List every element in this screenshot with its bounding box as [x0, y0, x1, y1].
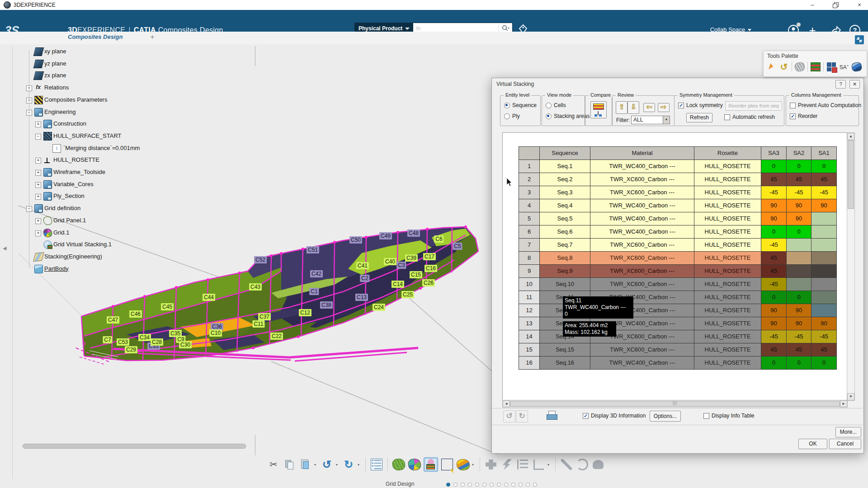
cell-label-c22[interactable]: C22	[270, 333, 283, 340]
workbench-dot-8[interactable]	[497, 483, 501, 487]
row-cell[interactable]: TWR_XC600_Carbon ---	[590, 265, 694, 278]
cell-label-c46[interactable]: C46	[129, 310, 142, 318]
row-number[interactable]: 13	[519, 317, 540, 330]
tree-item-hull-rosette[interactable]: +HULL_ROSETTE	[0, 155, 199, 166]
sa-cell[interactable]: 45	[761, 173, 787, 186]
sequence-row-16[interactable]: 16Seq.16TWR_WC400_Carbon ---HULL_ROSETTE…	[519, 357, 837, 370]
table-vertical-scrollbar[interactable]: ▲ ▼	[847, 132, 855, 401]
sa-cell[interactable]: 45	[787, 173, 811, 186]
cell-label-c49[interactable]: C49	[379, 232, 392, 239]
refresh-button[interactable]: Refresh	[686, 113, 712, 122]
cell-label-c52[interactable]: C52	[254, 256, 267, 263]
virtual-stacking-icon[interactable]	[424, 457, 438, 472]
tree-item-wireframe-toolside[interactable]: +Wireframe_Toolside	[0, 167, 199, 178]
row-cell[interactable]: TWR_XC600_Carbon ---	[590, 252, 694, 265]
structure-icon[interactable]	[516, 458, 529, 471]
undo-icon[interactable]: ↺	[503, 410, 515, 422]
cell-label-c42[interactable]: C42	[310, 270, 323, 277]
row-cell[interactable]: HULL_ROSETTE	[694, 278, 761, 291]
row-number[interactable]: 9	[519, 265, 540, 278]
tree-expander-icon[interactable]: +	[35, 194, 41, 200]
grid-panel-icon[interactable]	[392, 458, 406, 471]
workbench-dot-2[interactable]	[453, 483, 458, 487]
scroll-thumb[interactable]	[848, 140, 854, 209]
row-cell[interactable]: HULL_ROSETTE	[694, 160, 761, 173]
row-number[interactable]: 7	[519, 239, 540, 252]
tree-expander-icon[interactable]: +	[35, 170, 41, 176]
cell-label-c47[interactable]: C47	[107, 316, 119, 324]
sa-cell[interactable]	[811, 291, 837, 304]
row-cell[interactable]: TWR_WC400_Carbon ---	[590, 199, 694, 212]
prevent-auto-computation-checkbox[interactable]: Prevent Auto Computation	[790, 102, 861, 108]
sa-cell[interactable]: -45	[787, 330, 811, 343]
sequence-row-6[interactable]: 6Seq.6TWR_WC400_Carbon ---HULL_ROSETTE00	[519, 225, 837, 239]
cell-label-c3[interactable]: C3	[396, 262, 406, 269]
workbench-dot-12[interactable]	[526, 483, 530, 487]
manufacturing-icon[interactable]	[484, 458, 498, 471]
cell-label-c29[interactable]: C29	[125, 346, 137, 353]
cell-label-c34[interactable]: C34	[138, 334, 151, 341]
row-cell[interactable]: HULL_ROSETTE	[694, 317, 761, 330]
cell-label-c2[interactable]: C2	[360, 275, 369, 282]
cell-label-c44[interactable]: C44	[203, 294, 215, 301]
sa-cell[interactable]: 90	[761, 199, 787, 212]
workbench-dot-11[interactable]	[519, 483, 523, 487]
tree-expander-icon[interactable]: +	[35, 218, 41, 224]
sa-cell[interactable]: 0	[761, 225, 787, 239]
sa-cell[interactable]: 45	[811, 173, 837, 186]
sa-cell[interactable]: 0	[787, 225, 811, 239]
sa-cell[interactable]: 0	[761, 160, 787, 173]
cell-label-c37[interactable]: C37	[258, 313, 271, 320]
row-cell[interactable]: Seq.5	[540, 212, 590, 225]
sequence-row-8[interactable]: 8Seq.8TWR_XC600_Carbon ---HULL_ROSETTE45	[519, 252, 837, 265]
sa-cell[interactable]: 0	[787, 357, 811, 370]
cell-label-c12[interactable]: C12	[299, 309, 311, 316]
select-cursor-icon[interactable]	[766, 62, 776, 72]
cell-label-c15[interactable]: C15	[410, 271, 422, 278]
sa-cell[interactable]: 0	[811, 357, 837, 370]
sa-cell[interactable]	[811, 212, 837, 225]
row-cell[interactable]: Seq.10	[540, 278, 590, 291]
scroll-up-icon[interactable]: ▲	[847, 133, 854, 140]
workbench-dot-1[interactable]	[446, 483, 450, 487]
row-cell[interactable]: HULL_ROSETTE	[694, 357, 761, 370]
tree-item-grid-definition[interactable]: −Grid definition	[0, 203, 199, 214]
cell-label-c41[interactable]: C41	[356, 262, 369, 269]
row-cell[interactable]: TWR_XC600_Carbon ---	[590, 278, 694, 291]
cell-label-c16[interactable]: C16	[425, 265, 437, 272]
row-cell[interactable]: HULL_ROSETTE	[694, 265, 761, 278]
cell-label-c30[interactable]: C30	[179, 341, 192, 348]
corner-angle-icon[interactable]	[532, 458, 545, 471]
workbench-dot-3[interactable]	[461, 483, 465, 487]
workbench-dot-10[interactable]	[511, 483, 515, 487]
grid-multi-panel-icon[interactable]	[408, 458, 421, 471]
cell-label-c53[interactable]: C53	[117, 338, 129, 346]
sa-cell[interactable]: 90	[787, 317, 811, 330]
restore-button[interactable]	[830, 1, 842, 9]
tree-item-yz-plane[interactable]: yz plane	[0, 59, 199, 70]
tree-item-construction[interactable]: +Construction	[0, 119, 199, 130]
more-button[interactable]: More...	[835, 427, 861, 437]
sequence-row-15[interactable]: 15Seq.15TWR_XC600_Carbon ---HULL_ROSETTE…	[519, 343, 837, 357]
row-cell[interactable]: HULL_ROSETTE	[694, 291, 761, 304]
reorder-checkbox[interactable]: Reorder	[790, 113, 817, 119]
shell-icon[interactable]	[591, 458, 605, 471]
dropdown-caret-icon[interactable]: ▾	[472, 463, 476, 467]
row-cell[interactable]: Seq.3	[540, 186, 590, 199]
scroll-down-icon[interactable]: ▼	[847, 393, 854, 400]
sa-cell[interactable]	[811, 252, 837, 265]
row-cell[interactable]: TWR_WC400_Carbon ---	[590, 225, 694, 239]
compare-button[interactable]	[590, 101, 607, 118]
print-icon[interactable]	[546, 410, 558, 422]
tree-expander-icon[interactable]: +	[35, 158, 41, 164]
sa-cell[interactable]: 45	[787, 343, 811, 357]
row-cell[interactable]: TWR_WC400_Carbon ---	[590, 357, 694, 370]
sa-cell[interactable]: 90	[787, 199, 811, 212]
dialog-close-icon[interactable]: ✕	[849, 80, 860, 89]
sa-cell[interactable]: 0	[761, 357, 787, 370]
sa-cell[interactable]: -45	[811, 330, 837, 343]
paste-icon[interactable]	[298, 458, 312, 471]
ok-button[interactable]: OK	[798, 439, 827, 449]
cell-label-c40[interactable]: C40	[384, 258, 396, 265]
update-icon[interactable]: ↻	[342, 458, 355, 471]
